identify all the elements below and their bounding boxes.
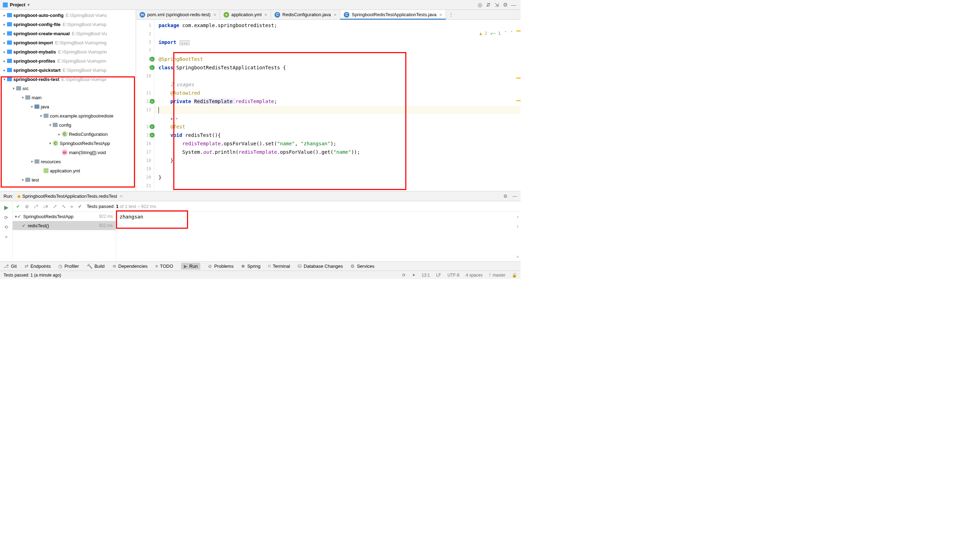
chevron-icon[interactable]: ▸: [2, 49, 7, 54]
settings-icon[interactable]: ⚙: [501, 2, 509, 8]
tree-item[interactable]: ▾java: [0, 102, 136, 111]
expand-all-icon[interactable]: ⇵: [484, 2, 492, 8]
gutter-run-icon[interactable]: ▸: [150, 65, 155, 70]
tool-window-button[interactable]: ⛁Database Changes: [298, 263, 343, 269]
tree-item[interactable]: ▾config: [0, 120, 136, 129]
tree-item[interactable]: ▸CRedisConfiguration: [0, 129, 136, 139]
line-number[interactable]: 2: [136, 30, 154, 38]
line-number[interactable]: 1: [136, 21, 154, 30]
tree-item[interactable]: ▾resources: [0, 157, 136, 166]
rerun-failed-icon[interactable]: ⟳: [4, 215, 8, 220]
test-tree[interactable]: ▾ ✔SpringbootRedisTestApp922 ms✔redisTes…: [13, 212, 116, 262]
tabs-menu-icon[interactable]: ⋮: [446, 10, 456, 19]
chevron-icon[interactable]: ▸: [2, 59, 7, 63]
line-number[interactable]: 14▸: [136, 123, 154, 131]
chevron-icon[interactable]: ▾: [30, 160, 35, 164]
chevron-icon[interactable]: ▸: [2, 31, 7, 36]
chevron-icon[interactable]: ▾: [21, 95, 25, 100]
close-icon[interactable]: ×: [120, 193, 123, 199]
console-output[interactable]: zhangsan ↑ ↓ »: [116, 212, 520, 262]
tool-window-button[interactable]: ⊘Problems: [208, 263, 234, 269]
line-number[interactable]: [136, 80, 154, 89]
more-icon[interactable]: »: [516, 254, 519, 259]
tool-window-button[interactable]: ❀Spring: [241, 263, 261, 269]
tree-item[interactable]: ▸application.yml: [0, 166, 136, 175]
chevron-icon[interactable]: ▾: [48, 123, 53, 128]
line-number[interactable]: 7: [136, 46, 154, 55]
run-icon[interactable]: ▶: [4, 204, 8, 211]
tool-window-button[interactable]: ▶Run: [181, 263, 201, 270]
show-ignored-icon[interactable]: ⊘: [25, 204, 29, 209]
chevron-icon[interactable]: ▾: [30, 104, 35, 109]
tree-item[interactable]: ▾main: [0, 93, 136, 102]
chevron-icon[interactable]: ▸: [2, 13, 7, 18]
line-number[interactable]: 21: [136, 182, 154, 190]
close-icon[interactable]: ×: [264, 12, 267, 18]
collapse-all-icon[interactable]: ⤡: [62, 204, 66, 209]
tree-item[interactable]: ▾springboot-redis-testE:\SpringBoot-Vue\…: [0, 75, 136, 84]
test-tree-item[interactable]: ✔redisTest()922 ms: [13, 221, 116, 230]
line-separator[interactable]: LF: [436, 273, 441, 278]
gutter-run-icon[interactable]: ▸: [150, 57, 155, 62]
tree-item[interactable]: ▸springboot-quickstartE:\SpringBoot-Vue\…: [0, 65, 136, 75]
tool-window-button[interactable]: ≋Dependencies: [113, 263, 148, 269]
line-number[interactable]: 13: [136, 105, 154, 114]
chevron-icon[interactable]: ▸: [2, 68, 7, 72]
close-icon[interactable]: ×: [334, 12, 336, 18]
gutter-run-icon[interactable]: ▸: [150, 124, 155, 129]
collapse-all-icon[interactable]: ⇲: [492, 2, 501, 8]
tree-item[interactable]: ▾com.example.springbootrediste: [0, 111, 136, 120]
usages-hint[interactable]: 2 usages: [170, 81, 194, 87]
gutter-run-icon[interactable]: ↻: [150, 99, 155, 104]
dropdown-icon[interactable]: ▾: [27, 2, 30, 7]
chevron-icon[interactable]: ▸: [57, 132, 62, 137]
sort-icon[interactable]: ↓ᴬ: [34, 204, 38, 209]
inspection-widget[interactable]: ▲ 2 ✔‒ 1 ˆ ˇ: [479, 31, 513, 36]
tree-item[interactable]: ▸springboot-mybatisE:\SpringBoot-Vue\spr…: [0, 47, 136, 56]
tree-item[interactable]: ▸springboot-config-fileE:\SpringBoot-Vue…: [0, 20, 136, 29]
caret-position[interactable]: 13:1: [422, 273, 430, 278]
code-area[interactable]: 12378▸9▸101112↻1314▸15↻161718192021 pack…: [136, 20, 520, 191]
chevron-icon[interactable]: ▾: [48, 141, 53, 146]
expand-all-icon[interactable]: ⤢: [53, 204, 57, 209]
more-icon[interactable]: »: [71, 204, 73, 209]
tree-item[interactable]: ▸springboot-profilesE:\SpringBoot-Vue\sp…: [0, 56, 136, 65]
scroll-down-icon[interactable]: ↓: [516, 223, 519, 229]
test-tree-item[interactable]: ▾ ✔SpringbootRedisTestApp922 ms: [13, 212, 116, 221]
chevron-icon[interactable]: ▾: [15, 214, 17, 219]
minimize-icon[interactable]: —: [509, 2, 518, 8]
weak-warning-icon[interactable]: ✔‒ 1: [491, 31, 501, 36]
line-number[interactable]: 9▸: [136, 63, 154, 72]
line-number[interactable]: 15↻: [136, 131, 154, 139]
minimize-icon[interactable]: —: [512, 193, 517, 199]
tool-window-button[interactable]: ⎇Git: [3, 263, 17, 269]
line-number[interactable]: 20: [136, 173, 154, 182]
settings-icon[interactable]: ⚙: [503, 193, 508, 199]
tool-window-button[interactable]: 🔨Build: [87, 263, 105, 269]
chevron-icon[interactable]: ▾: [39, 113, 44, 118]
code[interactable]: package com.example.springbootredistest;…: [154, 20, 520, 191]
tree-item[interactable]: ▸springboot-create-manualE:\SpringBoot-V…: [0, 29, 136, 38]
scroll-up-icon[interactable]: ↑: [516, 214, 519, 220]
line-number[interactable]: 3: [136, 38, 154, 46]
tool-window-button[interactable]: ≡TODO: [155, 263, 173, 269]
editor-tab[interactable]: ●application.yml×: [220, 10, 271, 19]
editor-tab[interactable]: CRedisConfiguration.java×: [271, 10, 340, 19]
tool-window-button[interactable]: ◷Profiler: [58, 263, 79, 269]
tool-window-button[interactable]: ⚙Services: [350, 263, 374, 269]
tool-window-button[interactable]: ⇄Endpoints: [25, 263, 51, 269]
editor-tab[interactable]: mpom.xml (springboot-redis-test)×: [136, 10, 220, 19]
indent-config[interactable]: 4 spaces: [466, 273, 483, 278]
status-ai-icon[interactable]: ✦: [412, 273, 415, 278]
close-icon[interactable]: ×: [439, 12, 442, 18]
line-number[interactable]: 19: [136, 164, 154, 173]
chevron-icon[interactable]: ▾: [11, 86, 16, 91]
chevron-icon[interactable]: ▸: [2, 40, 7, 45]
chevron-icon[interactable]: ▾: [21, 178, 25, 182]
line-number[interactable]: 17: [136, 148, 154, 156]
gutter-run-icon[interactable]: ↻: [150, 133, 155, 137]
fold-icon[interactable]: ...: [179, 40, 190, 45]
line-number[interactable]: 12↻: [136, 97, 154, 105]
line-number[interactable]: 11: [136, 89, 154, 97]
tree-item[interactable]: ▾test: [0, 175, 136, 184]
